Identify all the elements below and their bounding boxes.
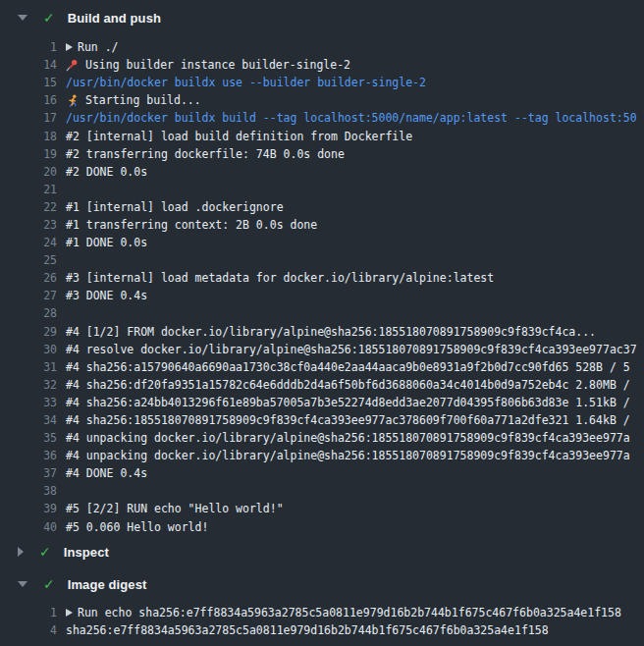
line-number[interactable]: 27 [0,289,57,302]
log-text: #3 [internal] load metadata for docker.i… [66,271,494,285]
line-number[interactable]: 19 [0,147,57,161]
log-line: 1Run ./ [0,38,644,56]
line-number[interactable]: 31 [0,360,57,374]
line-content: /usr/bin/docker buildx use --builder bui… [57,76,426,89]
line-content: #3 [internal] load metadata for docker.i… [57,271,494,285]
log-line: 36#4 unpacking docker.io/library/alpine@… [0,447,644,464]
log-line: 25 [0,251,644,269]
line-number[interactable]: 36 [0,449,57,462]
log-line: 16 Starting build... [0,91,644,109]
log-text: /usr/bin/docker buildx build --tag local… [66,111,637,125]
line-number[interactable]: 30 [0,343,57,356]
line-number[interactable]: 4 [0,623,57,637]
log-line: 19#2 transferring dockerfile: 74B 0.0s d… [0,145,644,163]
log-line: 20#2 DONE 0.0s [0,163,644,181]
line-number[interactable]: 17 [0,111,57,125]
line-number[interactable]: 35 [0,431,57,445]
log-text: #2 transferring dockerfile: 74B 0.0s don… [66,147,345,161]
log-line: 40#5 0.060 Hello world! [0,518,644,536]
line-number[interactable]: 37 [0,466,57,480]
log-line: 31#4 sha256:a15790640a6690aa1730c38cf0a4… [0,358,644,376]
log-text: #4 resolve docker.io/library/alpine@sha2… [66,343,637,356]
log-line: 18#2 [internal] load build definition fr… [0,127,644,144]
line-content: #4 sha256:a24bb4013296f61e89ba57005a7b3e… [57,396,637,409]
line-content: #1 DONE 0.0s [57,236,147,249]
line-content: #4 sha256:df20fa9351a15782c64e6dddb2d4a6… [57,378,637,392]
log-text: #4 sha256:a15790640a6690aa1730c38cf0a440… [66,360,630,374]
line-number[interactable]: 16 [0,93,57,107]
workflow-log: ✓Build and push1Run ./14 Using builder i… [0,0,644,646]
runner-icon [66,94,79,107]
line-content: #4 sha256:185518070891758909c9f839cf4ca3… [57,413,637,427]
line-content: #1 [internal] load .dockerignore [57,200,284,214]
section-header-build-and-push[interactable]: ✓Build and push [0,0,644,35]
line-content: Run ./ [57,40,119,54]
log-text: #3 DONE 0.4s [66,289,147,302]
log-text: /usr/bin/docker buildx use --builder bui… [66,76,426,89]
line-number[interactable]: 32 [0,378,57,392]
line-number[interactable]: 28 [0,306,57,320]
line-number[interactable]: 40 [0,520,57,534]
log-text: #4 DONE 0.4s [66,466,147,480]
log-text: #2 [internal] load build definition from… [66,130,412,143]
line-content: #4 DONE 0.4s [57,466,147,480]
line-number[interactable]: 23 [0,218,57,232]
line-content: #1 transferring context: 2B 0.0s done [57,218,317,232]
line-number[interactable]: 15 [0,76,57,89]
section-header-inspect[interactable]: ✓Inspect [0,536,644,568]
pushpin-icon [66,59,79,72]
line-content: Run echo sha256:e7ff8834a5963a2785c5a081… [57,606,621,619]
line-content: #4 unpacking docker.io/library/alpine@sh… [57,449,630,462]
log-line: 17/usr/bin/docker buildx build --tag loc… [0,109,644,127]
log-text: Starting build... [85,93,201,107]
log-line: 37#4 DONE 0.4s [0,464,644,482]
line-number[interactable]: 22 [0,200,57,214]
log-text: #4 unpacking docker.io/library/alpine@sh… [66,431,630,445]
log-text: #1 [internal] load .dockerignore [66,200,284,214]
line-number[interactable]: 1 [0,606,57,619]
line-content: #4 [1/2] FROM docker.io/library/alpine@s… [57,325,596,339]
line-content: Using builder instance builder-single-2 [57,58,350,72]
line-number[interactable]: 21 [0,183,57,196]
line-number[interactable]: 24 [0,236,57,249]
line-number[interactable]: 38 [0,484,57,498]
line-content: /usr/bin/docker buildx build --tag local… [57,111,637,125]
line-content: #2 transferring dockerfile: 74B 0.0s don… [57,147,345,161]
line-number[interactable]: 18 [0,130,57,143]
log-lines: 1Run ./14 Using builder instance builder… [0,35,644,536]
log-line: 39#5 [2/2] RUN echo "Hello world!" [0,500,644,517]
log-line: 1Run echo sha256:e7ff8834a5963a2785c5a08… [0,604,644,621]
section-image-digest: ✓Image digest1Run echo sha256:e7ff8834a5… [0,568,644,639]
log-line: 29#4 [1/2] FROM docker.io/library/alpine… [0,323,644,341]
line-number[interactable]: 20 [0,165,57,179]
line-content: #2 [internal] load build definition from… [57,130,412,143]
chevron-right-icon [18,547,24,557]
success-check-icon: ✓ [43,577,55,591]
section-inspect: ✓Inspect [0,536,644,568]
expand-group-play-icon[interactable] [66,609,73,617]
log-text: Using builder instance builder-single-2 [85,58,350,72]
log-text: sha256:e7ff8834a5963a2785c5a0811e979d16b… [66,623,549,637]
line-number[interactable]: 25 [0,253,57,267]
log-text: #4 sha256:df20fa9351a15782c64e6dddb2d4a6… [66,378,637,392]
line-number[interactable]: 33 [0,396,57,409]
log-text: #5 [2/2] RUN echo "Hello world!" [66,502,284,515]
log-lines: 1Run echo sha256:e7ff8834a5963a2785c5a08… [0,601,644,639]
log-text: #5 0.060 Hello world! [66,520,208,534]
line-number[interactable]: 29 [0,325,57,339]
line-number[interactable]: 39 [0,502,57,515]
line-number[interactable]: 14 [0,58,57,72]
log-line: 38 [0,482,644,500]
log-line: 32#4 sha256:df20fa9351a15782c64e6dddb2d4… [0,376,644,394]
log-text: #4 [1/2] FROM docker.io/library/alpine@s… [66,325,596,339]
log-line: 24#1 DONE 0.0s [0,234,644,251]
line-number[interactable]: 34 [0,413,57,427]
line-number[interactable]: 26 [0,271,57,285]
line-number[interactable]: 1 [0,40,57,54]
log-line: 34#4 sha256:185518070891758909c9f839cf4c… [0,411,644,429]
section-header-image-digest[interactable]: ✓Image digest [0,568,644,601]
line-content: #5 [2/2] RUN echo "Hello world!" [57,502,284,515]
log-line: 26#3 [internal] load metadata for docker… [0,269,644,287]
expand-group-play-icon[interactable] [66,43,73,51]
line-content: #3 DONE 0.4s [57,289,147,302]
